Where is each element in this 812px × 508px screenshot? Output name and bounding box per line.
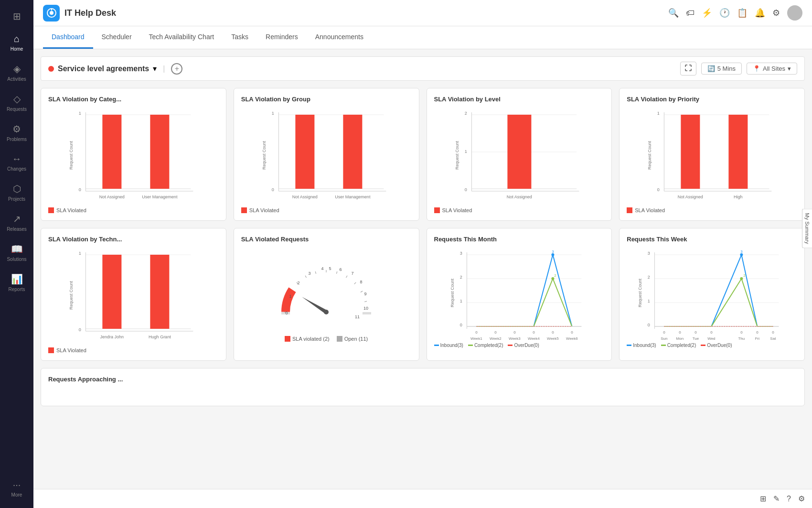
chart-week-title: Requests This Week — [627, 236, 797, 243]
avatar[interactable] — [787, 5, 802, 21]
svg-text:5: 5 — [329, 266, 331, 271]
my-summary-tab[interactable]: My Summary — [802, 209, 812, 249]
tab-scheduler[interactable]: Scheduler — [93, 26, 140, 49]
sidebar-item-solutions[interactable]: 📖 Solutions — [0, 238, 33, 268]
gear-icon[interactable]: ⚙ — [772, 8, 780, 18]
chart-week-legend: Inbound(3) Completed(2) OverDue(0) — [627, 343, 797, 348]
bottom-settings-icon[interactable]: ⚙ — [798, 494, 805, 503]
sidebar-item-reports[interactable]: 📊 Reports — [0, 268, 33, 298]
clipboard-icon[interactable]: 📋 — [737, 8, 748, 18]
site-button[interactable]: 📍 All Sites ▾ — [747, 63, 797, 75]
charts-row1: SLA Violation by Categ... 1 0 Request Co… — [41, 88, 805, 221]
svg-text:9: 9 — [364, 292, 367, 296]
svg-rect-40 — [681, 115, 700, 189]
problems-icon: ⚙ — [12, 123, 21, 135]
lightning-icon[interactable]: ⚡ — [702, 8, 712, 18]
svg-point-1 — [50, 11, 53, 15]
svg-text:0: 0 — [710, 330, 713, 335]
legend-sla-violated-box — [48, 207, 54, 213]
svg-line-70 — [364, 301, 367, 302]
svg-text:Not Assigned: Not Assigned — [292, 195, 318, 199]
interval-button[interactable]: 🔄 5 Mins — [701, 63, 742, 75]
chart-group-title: SLA Violation by Group — [241, 96, 412, 103]
sidebar-item-changes[interactable]: ↔ Changes — [0, 148, 33, 177]
legend-tech-label: SLA Violated — [56, 347, 86, 353]
svg-text:3: 3 — [459, 251, 462, 256]
svg-text:Not Assigned: Not Assigned — [506, 195, 532, 199]
tab-reminders[interactable]: Reminders — [257, 26, 307, 49]
legend-group-box — [241, 207, 247, 213]
svg-line-64 — [315, 271, 316, 274]
svg-text:Not Assigned: Not Assigned — [678, 195, 703, 199]
sidebar-item-problems[interactable]: ⚙ Problems — [0, 118, 33, 148]
svg-line-69 — [361, 291, 363, 292]
legend-open-box — [337, 336, 342, 342]
sidebar-item-requests[interactable]: ◇ Requests — [0, 87, 33, 118]
svg-rect-19 — [343, 115, 362, 189]
changes-icon: ↔ — [12, 153, 21, 164]
releases-icon: ↗ — [13, 213, 21, 225]
legend-tech-box — [48, 347, 54, 353]
sidebar-item-projects[interactable]: ⬡ Projects — [0, 177, 33, 207]
tab-announcements[interactable]: Announcements — [307, 26, 372, 49]
sidebar-item-grid[interactable]: ⊞ — [0, 5, 33, 28]
bell-icon[interactable]: 🔔 — [755, 8, 765, 18]
svg-text:Thu: Thu — [738, 336, 745, 341]
svg-point-58 — [286, 271, 367, 329]
expand-button[interactable] — [680, 62, 696, 76]
svg-text:Week1: Week1 — [470, 336, 482, 341]
sidebar-item-activities[interactable]: ◈ Activities — [0, 57, 33, 87]
svg-point-85 — [324, 310, 329, 314]
svg-text:Week3: Week3 — [508, 336, 520, 341]
location-icon: 📍 — [753, 65, 760, 72]
svg-text:0: 0 — [533, 330, 535, 335]
chart-month-legend: Inbound(3) Completed(2) OverDue(0) — [434, 343, 605, 348]
svg-marker-84 — [301, 295, 327, 314]
chart-priority-legend: SLA Violated — [627, 207, 797, 213]
svg-text:0: 0 — [272, 187, 274, 192]
svg-text:1: 1 — [79, 251, 81, 256]
projects-icon: ⬡ — [13, 183, 21, 195]
tab-tasks[interactable]: Tasks — [223, 26, 257, 49]
tag-icon[interactable]: 🏷 — [686, 8, 694, 18]
svg-text:1: 1 — [648, 299, 650, 303]
svg-text:0: 0 — [648, 323, 650, 327]
title-chevron-icon[interactable]: ▾ — [153, 64, 157, 73]
svg-text:2: 2 — [459, 275, 462, 280]
svg-rect-7 — [102, 115, 121, 189]
svg-text:1: 1 — [459, 299, 462, 303]
sidebar-item-more[interactable]: ··· More — [0, 474, 33, 503]
bottom-help-icon[interactable]: ? — [787, 495, 791, 503]
chart-tech-title: SLA Violation by Techn... — [48, 236, 219, 243]
tab-bar: Dashboard Scheduler Tech Availability Ch… — [33, 26, 812, 49]
svg-text:High: High — [734, 195, 743, 199]
sidebar-item-home[interactable]: ⌂ Home — [0, 28, 33, 57]
svg-text:Request Count: Request Count — [455, 141, 459, 170]
chart-level-title: SLA Violation by Level — [434, 96, 605, 103]
svg-text:3: 3 — [648, 251, 650, 256]
legend-sla-violated-label: SLA Violated — [56, 207, 86, 213]
svg-text:0: 0 — [286, 311, 288, 315]
chart-month-svg: 3 2 1 0 Request Count — [434, 248, 605, 341]
bottom-edit-icon[interactable]: ✎ — [773, 494, 780, 503]
search-icon[interactable]: 🔍 — [668, 8, 679, 18]
svg-text:0: 0 — [663, 330, 665, 335]
svg-text:0: 0 — [459, 323, 462, 327]
legend-level-box — [434, 207, 440, 213]
bottom-grid-icon[interactable]: ⊞ — [760, 494, 766, 503]
history-icon[interactable]: 🕐 — [719, 8, 730, 18]
svg-text:Request Count: Request Count — [450, 278, 455, 307]
svg-text:1: 1 — [272, 111, 274, 116]
svg-point-112 — [551, 277, 554, 280]
svg-point-140 — [740, 253, 743, 256]
approaching-title: Requests Approaching ... — [48, 376, 797, 383]
svg-rect-31 — [507, 115, 531, 189]
svg-text:2: 2 — [554, 273, 556, 278]
add-widget-button[interactable]: + — [171, 63, 182, 75]
tab-tech-availability[interactable]: Tech Availability Chart — [140, 26, 223, 49]
svg-text:1: 1 — [289, 294, 292, 299]
tab-dashboard[interactable]: Dashboard — [43, 26, 93, 49]
chart-sla-level: SLA Violation by Level 2 1 0 Request Cou… — [427, 88, 612, 221]
svg-text:Week5: Week5 — [546, 336, 558, 341]
sidebar-item-releases[interactable]: ↗ Releases — [0, 207, 33, 238]
